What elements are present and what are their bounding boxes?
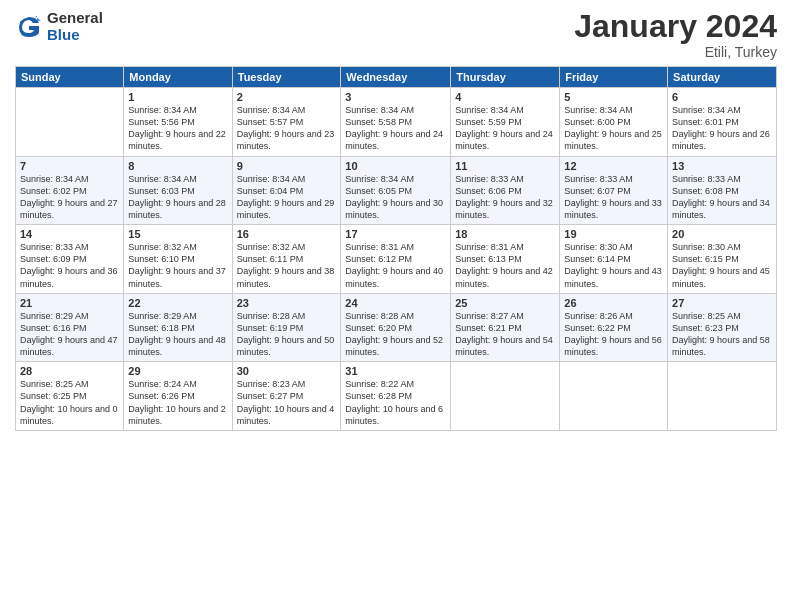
day-info: Sunrise: 8:34 AMSunset: 5:57 PMDaylight:…: [237, 104, 337, 153]
calendar-week-0: 1Sunrise: 8:34 AMSunset: 5:56 PMDaylight…: [16, 88, 777, 157]
day-info: Sunrise: 8:29 AMSunset: 6:16 PMDaylight:…: [20, 310, 119, 359]
table-row: 12Sunrise: 8:33 AMSunset: 6:07 PMDayligh…: [560, 156, 668, 225]
day-info: Sunrise: 8:34 AMSunset: 6:01 PMDaylight:…: [672, 104, 772, 153]
day-info: Sunrise: 8:25 AMSunset: 6:23 PMDaylight:…: [672, 310, 772, 359]
table-row: 14Sunrise: 8:33 AMSunset: 6:09 PMDayligh…: [16, 225, 124, 294]
day-number: 21: [20, 297, 119, 309]
day-info: Sunrise: 8:32 AMSunset: 6:11 PMDaylight:…: [237, 241, 337, 290]
table-row: 26Sunrise: 8:26 AMSunset: 6:22 PMDayligh…: [560, 293, 668, 362]
day-info: Sunrise: 8:27 AMSunset: 6:21 PMDaylight:…: [455, 310, 555, 359]
day-number: 20: [672, 228, 772, 240]
day-number: 18: [455, 228, 555, 240]
table-row: 24Sunrise: 8:28 AMSunset: 6:20 PMDayligh…: [341, 293, 451, 362]
table-row: 2Sunrise: 8:34 AMSunset: 5:57 PMDaylight…: [232, 88, 341, 157]
table-row: 9Sunrise: 8:34 AMSunset: 6:04 PMDaylight…: [232, 156, 341, 225]
day-number: 1: [128, 91, 227, 103]
day-info: Sunrise: 8:28 AMSunset: 6:20 PMDaylight:…: [345, 310, 446, 359]
day-number: 8: [128, 160, 227, 172]
title-block: January 2024 Etili, Turkey: [574, 10, 777, 60]
day-number: 3: [345, 91, 446, 103]
header-monday: Monday: [124, 67, 232, 88]
table-row: 29Sunrise: 8:24 AMSunset: 6:26 PMDayligh…: [124, 362, 232, 431]
header-wednesday: Wednesday: [341, 67, 451, 88]
table-row: 25Sunrise: 8:27 AMSunset: 6:21 PMDayligh…: [451, 293, 560, 362]
day-info: Sunrise: 8:34 AMSunset: 6:03 PMDaylight:…: [128, 173, 227, 222]
day-number: 17: [345, 228, 446, 240]
table-row: [451, 362, 560, 431]
day-number: 11: [455, 160, 555, 172]
table-row: 31Sunrise: 8:22 AMSunset: 6:28 PMDayligh…: [341, 362, 451, 431]
day-number: 19: [564, 228, 663, 240]
day-number: 27: [672, 297, 772, 309]
day-info: Sunrise: 8:31 AMSunset: 6:12 PMDaylight:…: [345, 241, 446, 290]
logo-icon: [15, 13, 43, 41]
table-row: 10Sunrise: 8:34 AMSunset: 6:05 PMDayligh…: [341, 156, 451, 225]
day-info: Sunrise: 8:34 AMSunset: 6:00 PMDaylight:…: [564, 104, 663, 153]
calendar-title: January 2024: [574, 10, 777, 42]
table-row: 30Sunrise: 8:23 AMSunset: 6:27 PMDayligh…: [232, 362, 341, 431]
table-row: 7Sunrise: 8:34 AMSunset: 6:02 PMDaylight…: [16, 156, 124, 225]
day-info: Sunrise: 8:26 AMSunset: 6:22 PMDaylight:…: [564, 310, 663, 359]
day-number: 29: [128, 365, 227, 377]
day-number: 5: [564, 91, 663, 103]
table-row: 6Sunrise: 8:34 AMSunset: 6:01 PMDaylight…: [668, 88, 777, 157]
calendar-header-row: Sunday Monday Tuesday Wednesday Thursday…: [16, 67, 777, 88]
table-row: 11Sunrise: 8:33 AMSunset: 6:06 PMDayligh…: [451, 156, 560, 225]
table-row: 1Sunrise: 8:34 AMSunset: 5:56 PMDaylight…: [124, 88, 232, 157]
table-row: [668, 362, 777, 431]
day-info: Sunrise: 8:23 AMSunset: 6:27 PMDaylight:…: [237, 378, 337, 427]
day-number: 10: [345, 160, 446, 172]
day-number: 26: [564, 297, 663, 309]
day-info: Sunrise: 8:34 AMSunset: 5:56 PMDaylight:…: [128, 104, 227, 153]
day-number: 12: [564, 160, 663, 172]
table-row: 5Sunrise: 8:34 AMSunset: 6:00 PMDaylight…: [560, 88, 668, 157]
day-number: 7: [20, 160, 119, 172]
table-row: 8Sunrise: 8:34 AMSunset: 6:03 PMDaylight…: [124, 156, 232, 225]
day-number: 23: [237, 297, 337, 309]
header-saturday: Saturday: [668, 67, 777, 88]
calendar-location: Etili, Turkey: [574, 44, 777, 60]
day-info: Sunrise: 8:33 AMSunset: 6:08 PMDaylight:…: [672, 173, 772, 222]
day-number: 24: [345, 297, 446, 309]
day-info: Sunrise: 8:22 AMSunset: 6:28 PMDaylight:…: [345, 378, 446, 427]
day-number: 15: [128, 228, 227, 240]
day-number: 14: [20, 228, 119, 240]
table-row: 27Sunrise: 8:25 AMSunset: 6:23 PMDayligh…: [668, 293, 777, 362]
day-info: Sunrise: 8:34 AMSunset: 6:04 PMDaylight:…: [237, 173, 337, 222]
table-row: 22Sunrise: 8:29 AMSunset: 6:18 PMDayligh…: [124, 293, 232, 362]
day-info: Sunrise: 8:28 AMSunset: 6:19 PMDaylight:…: [237, 310, 337, 359]
table-row: 3Sunrise: 8:34 AMSunset: 5:58 PMDaylight…: [341, 88, 451, 157]
table-row: 4Sunrise: 8:34 AMSunset: 5:59 PMDaylight…: [451, 88, 560, 157]
day-info: Sunrise: 8:34 AMSunset: 5:58 PMDaylight:…: [345, 104, 446, 153]
table-row: 18Sunrise: 8:31 AMSunset: 6:13 PMDayligh…: [451, 225, 560, 294]
table-row: 16Sunrise: 8:32 AMSunset: 6:11 PMDayligh…: [232, 225, 341, 294]
header-friday: Friday: [560, 67, 668, 88]
table-row: 20Sunrise: 8:30 AMSunset: 6:15 PMDayligh…: [668, 225, 777, 294]
day-number: 28: [20, 365, 119, 377]
calendar-week-3: 21Sunrise: 8:29 AMSunset: 6:16 PMDayligh…: [16, 293, 777, 362]
day-info: Sunrise: 8:25 AMSunset: 6:25 PMDaylight:…: [20, 378, 119, 427]
calendar-week-1: 7Sunrise: 8:34 AMSunset: 6:02 PMDaylight…: [16, 156, 777, 225]
day-number: 30: [237, 365, 337, 377]
day-number: 16: [237, 228, 337, 240]
header-tuesday: Tuesday: [232, 67, 341, 88]
day-info: Sunrise: 8:31 AMSunset: 6:13 PMDaylight:…: [455, 241, 555, 290]
table-row: 15Sunrise: 8:32 AMSunset: 6:10 PMDayligh…: [124, 225, 232, 294]
calendar-table: Sunday Monday Tuesday Wednesday Thursday…: [15, 66, 777, 431]
logo: General Blue: [15, 10, 103, 43]
day-info: Sunrise: 8:32 AMSunset: 6:10 PMDaylight:…: [128, 241, 227, 290]
day-info: Sunrise: 8:34 AMSunset: 6:02 PMDaylight:…: [20, 173, 119, 222]
day-info: Sunrise: 8:30 AMSunset: 6:15 PMDaylight:…: [672, 241, 772, 290]
table-row: 19Sunrise: 8:30 AMSunset: 6:14 PMDayligh…: [560, 225, 668, 294]
day-number: 13: [672, 160, 772, 172]
day-number: 22: [128, 297, 227, 309]
day-number: 4: [455, 91, 555, 103]
day-number: 25: [455, 297, 555, 309]
day-number: 2: [237, 91, 337, 103]
day-number: 31: [345, 365, 446, 377]
table-row: [16, 88, 124, 157]
day-info: Sunrise: 8:30 AMSunset: 6:14 PMDaylight:…: [564, 241, 663, 290]
table-row: 28Sunrise: 8:25 AMSunset: 6:25 PMDayligh…: [16, 362, 124, 431]
logo-blue-text: Blue: [47, 27, 103, 44]
day-info: Sunrise: 8:34 AMSunset: 5:59 PMDaylight:…: [455, 104, 555, 153]
